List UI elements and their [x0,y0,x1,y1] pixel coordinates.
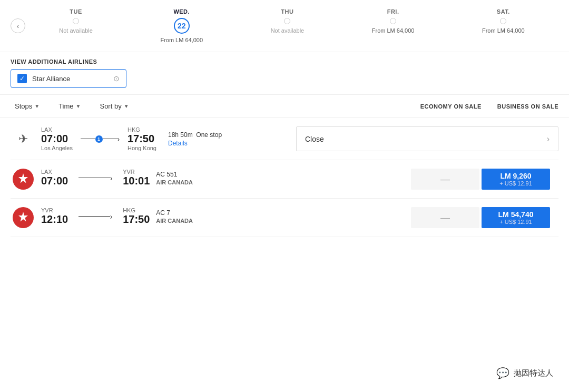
destination-city: Hong Kong [127,145,156,151]
destination-code: YVR [123,169,150,175]
origin-block: YVR 12:10 [41,207,68,226]
checkmark-icon: ✓ [19,75,25,82]
date-circle-empty [73,18,79,24]
economy-sale-label: ECONOMY ON SALE [420,103,482,110]
destination-time: 17:50 [123,213,150,226]
air-canada-icon [13,169,34,190]
date-status: Not available [271,27,305,34]
close-panel[interactable]: Close › [296,126,558,151]
date-circle-empty [284,18,290,24]
flight-row: YVR 12:10 › HKG 17:50 AC 7 AIR CANADA — … [11,199,558,237]
business-price-cell[interactable]: LM 9,260 + US$ 12.91 [482,169,550,190]
business-price-cell[interactable]: LM 54,740 + US$ 12.91 [482,207,550,228]
time-filter-button[interactable]: Time ▼ [54,100,85,112]
stop-badge: 1 [95,135,103,143]
prev-date-button[interactable]: ‹ [11,18,25,33]
filters-row: Stops ▼ Time ▼ Sort by ▼ ECONOMY ON SALE… [0,95,569,118]
details-link[interactable]: Details [168,140,222,147]
line-segment [79,178,110,178]
flight-number: AC 551 [156,171,193,178]
business-price-amount: LM 54,740 + US$ 12.91 [498,210,534,225]
stops-filter-button[interactable]: Stops ▼ [11,100,44,112]
price-columns: — LM 9,260 + US$ 12.91 [411,169,558,190]
star-alliance-checkbox-row[interactable]: ✓ Star Alliance ⊙ [11,69,126,88]
destination-code: HKG [123,207,150,213]
route-line: 1 › [81,135,120,143]
date-col-tue[interactable]: TUENot available [59,8,93,43]
date-col-thu[interactable]: THUNot available [271,8,305,43]
chevron-left-icon: ‹ [17,22,19,30]
economy-price-cell: — [411,169,479,190]
flight-arrow: 1 › [79,135,121,143]
settings-icon[interactable]: ⊙ [113,74,120,83]
time-arrow-icon: ▼ [76,103,81,109]
origin-code: LAX [41,169,68,175]
view-additional-label: VIEW ADDITIONAL AIRLINES [11,58,558,65]
date-col-wed[interactable]: WED.22From LM 64,000 [160,8,203,43]
destination-code: HKG [127,126,156,133]
day-label: WED. [173,8,190,15]
airlines-section: VIEW ADDITIONAL AIRLINES ✓ Star Alliance… [0,52,569,95]
stops-arrow-icon: ▼ [34,103,40,109]
flight-row: LAX 07:00 › YVR 10:01 AC 551 AIR CANADA … [11,160,558,199]
airports-row: YVR 12:10 › HKG 17:50 AC 7 AIR CANADA [41,207,406,226]
price-columns: — LM 54,740 + US$ 12.91 [411,207,558,228]
date-col-sat[interactable]: SAT.From LM 64,000 [482,8,525,43]
time-label: Time [58,102,73,110]
line-segment [81,139,95,139]
day-label: TUE [70,8,82,15]
origin-code: LAX [41,126,73,133]
destination-time: 17:50 [127,133,156,145]
not-available-dash: — [440,212,450,223]
air-canada-icon [13,207,34,228]
day-label: FRI. [387,8,399,15]
day-label: THU [281,8,293,15]
origin-block: LAX 07:00 [41,169,68,187]
arrow-tip-icon: › [117,135,120,143]
date-price: From LM 64,000 [160,37,203,43]
duration-text: 18h 50m One stop [168,131,222,139]
origin-block: LAX 07:00 Los Angeles [41,126,73,151]
business-price-amount: LM 9,260 + US$ 12.91 [499,172,532,187]
flight-arrow: › [74,174,116,182]
filters-right: ECONOMY ON SALE BUSINESS ON SALE [420,103,558,110]
svg-marker-1 [18,212,28,222]
airline-logo: ✈ [11,126,36,151]
flight-number: AC 7 [156,209,193,217]
sortby-filter-button[interactable]: Sort by ▼ [95,100,133,112]
route-line: › [79,213,113,220]
flight-row: ✈ LAX 07:00 Los Angeles 1 › HKG 17:50 Ho… [11,118,558,160]
destination-block: HKG 17:50 Hong Kong [127,126,156,151]
destination-block: HKG 17:50 [123,207,150,226]
airports-row: LAX 07:00 Los Angeles 1 › HKG 17:50 Hong… [41,126,286,151]
origin-city: Los Angeles [41,145,73,151]
origin-code: YVR [41,207,68,213]
flight-arrow: › [74,213,116,220]
date-col-fri[interactable]: FRI.From LM 64,000 [372,8,415,43]
date-navigation: ‹ TUENot availableWED.22From LM 64,000TH… [0,0,569,52]
stops-label: Stops [15,102,32,110]
airports-row: LAX 07:00 › YVR 10:01 AC 551 AIR CANADA [41,169,406,187]
date-price: From LM 64,000 [372,27,415,34]
date-status: Not available [59,27,93,34]
flights-list: ✈ LAX 07:00 Los Angeles 1 › HKG 17:50 Ho… [0,118,569,237]
star-alliance-checkbox[interactable]: ✓ [17,74,27,83]
date-circle-empty [390,18,396,24]
svg-marker-0 [18,173,28,183]
economy-price-cell: — [411,207,479,228]
route-line: › [79,174,113,182]
flight-info: LAX 07:00 Los Angeles 1 › HKG 17:50 Hong… [41,126,286,151]
line-segment [79,216,110,217]
origin-time: 12:10 [41,213,68,226]
destination-block: YVR 10:01 [123,169,150,187]
origin-time: 07:00 [41,175,68,187]
origin-time: 07:00 [41,133,73,145]
chevron-up-icon: › [547,134,550,144]
arrow-tip-icon: › [110,213,113,220]
business-usd-price: + US$ 12.91 [498,219,534,225]
business-lm-price: LM 9,260 [499,172,532,180]
airline-logo [11,207,36,228]
date-circle-empty [500,18,506,24]
date-columns: TUENot availableWED.22From LM 64,000THUN… [25,8,558,43]
flight-duration: 18h 50m One stop Details [168,131,222,147]
